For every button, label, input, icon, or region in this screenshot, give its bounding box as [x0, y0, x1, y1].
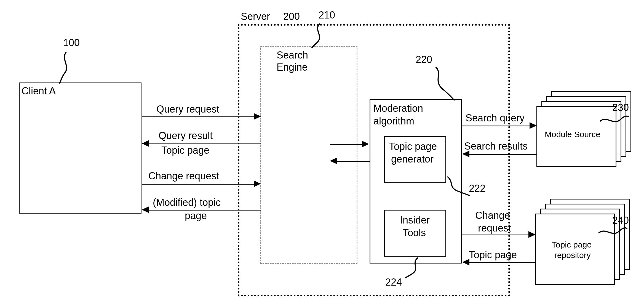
search-engine-l1: Search: [277, 49, 308, 61]
label-search-query: Search query: [466, 112, 525, 124]
arrow-change-request-client-head: [254, 180, 261, 187]
squiggle-210: [309, 23, 328, 49]
insider-l2: Tools: [403, 227, 426, 239]
topic-repo-l2: repository: [554, 251, 591, 260]
diagram-canvas: Client A 100 Server 200 Search Engine 21…: [0, 0, 644, 306]
label-modified-topic-page-l1: (Modified) topic: [153, 197, 221, 208]
client-a-box: [19, 83, 141, 214]
arrow-query-result-head: [142, 140, 149, 147]
search-engine-l2: Engine: [277, 62, 308, 73]
moderation-l2: algorithm: [373, 115, 414, 127]
arrow-modified-topic-page-head: [142, 206, 149, 213]
label-topic-page-under-query: Topic page: [161, 145, 209, 156]
label-change-request-client: Change request: [148, 170, 219, 182]
arrow-topic-page-from-repo-head: [462, 259, 469, 265]
arrow-query-result: [148, 143, 261, 144]
arrow-query-request: [142, 116, 255, 117]
arrow-topic-page-from-repo: [469, 262, 535, 263]
moderation-l1: Moderation: [373, 103, 423, 114]
ref-server: 200: [283, 11, 300, 22]
server-label: Server: [241, 11, 270, 22]
arrow-se-to-mod: [330, 144, 363, 145]
label-modified-topic-page-l2: page: [185, 210, 207, 222]
squiggle-224: [404, 257, 423, 279]
topic-gen-l1: Topic page: [389, 141, 437, 152]
search-engine-box: [260, 46, 357, 264]
ref-insider-tools: 224: [385, 276, 402, 288]
arrow-search-query-head: [530, 122, 537, 129]
label-topic-page-from-repo: Topic page: [469, 249, 517, 261]
label-query-request: Query request: [156, 103, 219, 115]
label-change-request-repo-l2: request: [478, 222, 511, 234]
squiggle-222: [446, 175, 471, 197]
ref-module-source: 230: [612, 102, 629, 113]
insider-l1: Insider: [400, 214, 430, 226]
arrow-se-to-mod-head: [362, 141, 369, 147]
arrow-mod-to-se: [336, 161, 370, 162]
squiggle-230: [599, 113, 629, 127]
arrow-search-results: [469, 154, 537, 155]
ref-client-a: 100: [63, 37, 80, 49]
squiggle-100: [55, 51, 74, 84]
arrow-query-request-head: [254, 113, 261, 120]
arrow-change-request-repo: [462, 235, 530, 235]
squiggle-220: [433, 66, 458, 102]
ref-topic-repo: 240: [612, 215, 629, 226]
arrow-change-request-client: [142, 184, 255, 185]
arrow-mod-to-se-head: [330, 158, 337, 164]
label-search-results: Search results: [464, 140, 528, 152]
ref-topic-gen: 222: [469, 183, 485, 194]
topic-repo-l1: Topic page: [552, 240, 592, 249]
ref-moderation: 220: [416, 54, 432, 65]
squiggle-240: [597, 225, 628, 239]
module-source-label: Module Source: [545, 130, 600, 139]
ref-search-engine: 210: [319, 9, 335, 21]
arrow-search-query: [462, 126, 531, 126]
arrow-change-request-repo-head: [528, 231, 536, 238]
label-change-request-repo-l1: Change: [475, 210, 510, 221]
topic-gen-l2: generator: [391, 153, 434, 165]
client-a-label: Client A: [22, 85, 56, 97]
label-query-result: Query result: [159, 130, 213, 142]
